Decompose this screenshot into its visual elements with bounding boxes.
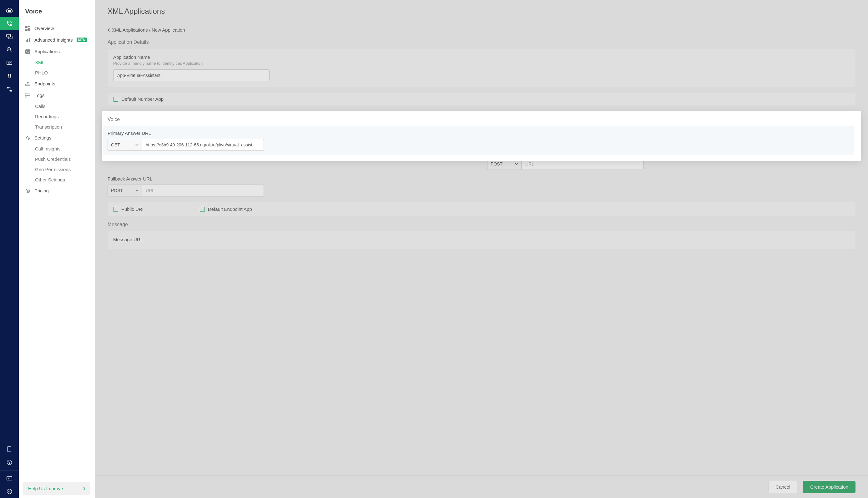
hangup-method-value: POST xyxy=(491,161,503,167)
sidebar-sub-xml[interactable]: XML xyxy=(19,57,95,68)
create-application-button[interactable]: Create Application xyxy=(803,481,855,493)
sidebar-label: Advanced Insights xyxy=(35,37,73,42)
sidebar-item-insights[interactable]: Advanced Insights NEW xyxy=(19,34,95,46)
flow-icon xyxy=(6,86,13,92)
sidebar-sub-recordings[interactable]: Recordings xyxy=(19,112,95,122)
public-uri-checkbox[interactable] xyxy=(113,207,118,212)
voice-highlight-panel: Voice Primary Answer URL GET xyxy=(102,111,861,161)
rail-flows[interactable] xyxy=(0,82,19,96)
chevron-down-icon xyxy=(135,144,138,146)
panel-message: Message URL xyxy=(108,231,855,249)
svg-rect-11 xyxy=(7,87,9,89)
sidebar-sub-calls[interactable]: Calls xyxy=(19,101,95,112)
rail-cloud[interactable] xyxy=(0,4,19,17)
help-improve-button[interactable]: Help Us Improve xyxy=(23,482,90,495)
panel-uri-flags: Public URI Default Endpoint App xyxy=(108,202,855,216)
fallback-url-input[interactable] xyxy=(142,185,264,196)
sip-icon: SIP xyxy=(6,60,13,66)
sidebar-label: Settings xyxy=(35,135,51,141)
fallback-label: Fallback Answer URL xyxy=(108,176,855,181)
svg-rect-27 xyxy=(26,84,30,86)
rail-numbers[interactable] xyxy=(0,69,19,82)
sidebar-item-applications[interactable]: Applications xyxy=(19,46,95,57)
main-content: XML Applications XML Applications / New … xyxy=(95,0,868,498)
rail-account[interactable]: NS xyxy=(0,485,19,498)
svg-point-3 xyxy=(8,11,9,12)
default-number-label: Default Number App xyxy=(121,96,163,102)
sidebar-item-settings[interactable]: Settings xyxy=(19,132,95,144)
chevron-down-icon xyxy=(515,163,518,165)
help-icon xyxy=(6,459,13,466)
svg-text:NS: NS xyxy=(8,491,11,493)
svg-rect-19 xyxy=(25,26,27,28)
sidebar-label: Logs xyxy=(35,93,45,98)
chevron-down-icon xyxy=(135,189,138,192)
sidebar-item-pricing[interactable]: Pricing xyxy=(19,185,95,196)
rail-sip[interactable]: SIP xyxy=(0,56,19,69)
svg-point-5 xyxy=(10,11,10,12)
svg-rect-22 xyxy=(25,29,27,31)
sidebar-item-overview[interactable]: Overview xyxy=(19,23,95,34)
public-uri-label: Public URI xyxy=(121,207,144,212)
phone-icon xyxy=(6,20,13,27)
breadcrumb[interactable]: XML Applications / New Application xyxy=(108,21,855,36)
svg-point-2 xyxy=(10,10,10,11)
chevron-left-icon xyxy=(108,28,110,32)
sidebar-sub-push-credentials[interactable]: Push Credentials xyxy=(19,154,95,164)
grid-icon xyxy=(25,26,31,31)
message-url-label: Message URL xyxy=(113,237,850,242)
footer-actions: Cancel Create Application xyxy=(95,475,868,498)
sidebar-item-logs[interactable]: Logs xyxy=(19,90,95,101)
sidebar-sub-phlo[interactable]: PHLO xyxy=(19,68,95,78)
rail-docs[interactable] xyxy=(0,443,19,456)
panel-app-name: Application Name Provide a friendly name… xyxy=(108,49,855,87)
cancel-button[interactable]: Cancel xyxy=(769,481,798,493)
chat-icon xyxy=(6,34,13,40)
svg-rect-25 xyxy=(29,38,30,42)
app-name-input[interactable] xyxy=(113,69,269,81)
svg-rect-23 xyxy=(26,40,27,42)
panel-default-number: Default Number App xyxy=(108,93,855,105)
fallback-method-select[interactable]: POST xyxy=(108,185,142,196)
sidebar-label: Applications xyxy=(35,49,60,54)
rail-voice[interactable] xyxy=(0,17,19,30)
svg-rect-26 xyxy=(25,50,30,54)
section-voice: Voice xyxy=(108,117,850,122)
svg-text:$=: $= xyxy=(8,477,11,480)
svg-rect-20 xyxy=(28,26,30,27)
sidebar-sub-transcription[interactable]: Transcription xyxy=(19,122,95,132)
hash-icon xyxy=(6,73,13,79)
cloud-grid-icon xyxy=(5,7,13,13)
sidebar-sub-call-insights[interactable]: Call Insights xyxy=(19,144,95,154)
book-icon xyxy=(6,446,12,452)
sidebar-label: Endpoints xyxy=(35,81,55,86)
sidebar: Voice Overview Advanced Insights NEW App… xyxy=(19,0,95,498)
default-endpoint-checkbox[interactable] xyxy=(200,207,205,212)
svg-rect-7 xyxy=(8,36,12,39)
list-icon xyxy=(25,93,31,97)
nav-rail: SIP $= NS xyxy=(0,0,19,498)
sidebar-item-endpoints[interactable]: Endpoints xyxy=(19,78,95,90)
primary-method-select[interactable]: GET xyxy=(108,139,142,151)
app-name-label: Application Name xyxy=(113,54,850,60)
svg-rect-24 xyxy=(27,39,28,42)
primary-method-value: GET xyxy=(111,142,120,147)
rail-search[interactable] xyxy=(0,43,19,56)
primary-url-input[interactable] xyxy=(142,139,264,151)
rail-help[interactable] xyxy=(0,456,19,469)
rail-billing[interactable]: $= xyxy=(0,472,19,485)
new-badge: NEW xyxy=(77,38,87,42)
gear-icon xyxy=(25,135,31,141)
default-number-checkbox[interactable] xyxy=(113,97,118,102)
app-name-hint: Provide a friendly name to identify this… xyxy=(113,61,850,66)
svg-point-28 xyxy=(26,93,26,94)
sidebar-sub-geo-permissions[interactable]: Geo Permissions xyxy=(19,164,95,174)
svg-text:SIP: SIP xyxy=(8,62,11,64)
rail-messaging[interactable] xyxy=(0,30,19,43)
sidebar-sub-other-settings[interactable]: Other Settings xyxy=(19,174,95,185)
primary-answer-block: Primary Answer URL GET xyxy=(103,126,854,155)
default-endpoint-label: Default Endpoint App xyxy=(208,207,252,212)
svg-point-0 xyxy=(8,10,9,11)
dollar-icon xyxy=(25,188,31,193)
page-title: XML Applications xyxy=(108,7,855,21)
